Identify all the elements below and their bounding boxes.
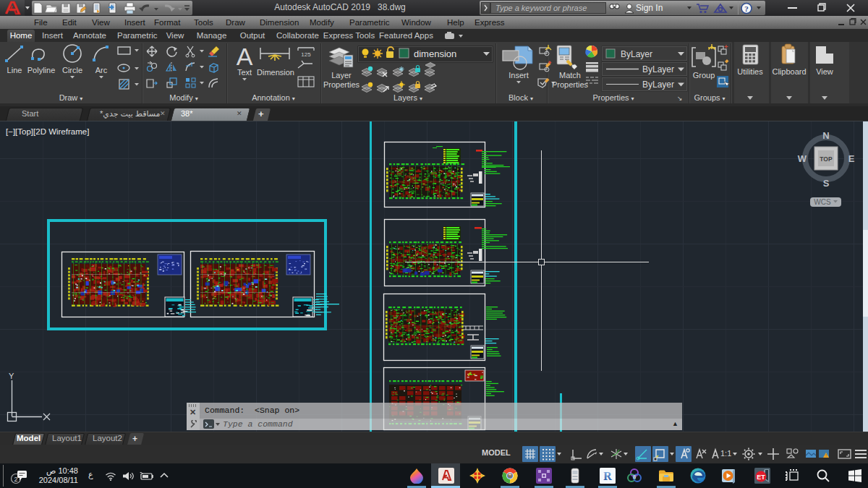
svg-text:[−][Top][2D Wireframe]: [−][Top][2D Wireframe]: [6, 127, 89, 136]
svg-text:Polyline: Polyline: [27, 66, 56, 74]
svg-text:E: E: [848, 153, 855, 164]
svg-text:Properties: Properties: [552, 80, 589, 89]
svg-text:Text: Text: [237, 68, 252, 77]
svg-text:ByLayer: ByLayer: [642, 80, 674, 90]
svg-text:?: ?: [744, 4, 749, 13]
svg-text:Layer: Layer: [331, 71, 352, 80]
svg-text:S: S: [823, 178, 830, 189]
svg-text:ByLayer: ByLayer: [621, 49, 652, 59]
svg-text:dimension: dimension: [414, 48, 456, 59]
svg-text:ET: ET: [757, 474, 765, 481]
svg-text:W: W: [798, 153, 807, 164]
svg-text:WCS: WCS: [814, 198, 831, 206]
svg-text:ByLayer: ByLayer: [642, 64, 674, 74]
svg-text:Dimension: Dimension: [257, 68, 294, 77]
svg-text:Properties: Properties: [323, 80, 360, 89]
svg-text:Clipboard: Clipboard: [772, 67, 806, 76]
svg-text:R: R: [603, 470, 612, 482]
svg-text:View: View: [816, 67, 833, 76]
svg-text:8: 8: [633, 474, 637, 480]
svg-text:Arc: Arc: [95, 66, 108, 74]
svg-text:Match: Match: [559, 71, 581, 80]
svg-text:Line: Line: [7, 66, 22, 74]
svg-text:Y: Y: [9, 372, 14, 380]
svg-text:Circle: Circle: [62, 66, 82, 74]
svg-text:TOP: TOP: [820, 155, 833, 163]
svg-text:A: A: [237, 43, 253, 70]
svg-text:2: 2: [14, 476, 17, 483]
svg-text:Insert: Insert: [509, 71, 529, 80]
svg-text:Utilities: Utilities: [737, 67, 763, 76]
svg-text:125: 125: [301, 51, 311, 58]
svg-text:Group: Group: [693, 71, 715, 80]
svg-text:N: N: [822, 130, 829, 141]
